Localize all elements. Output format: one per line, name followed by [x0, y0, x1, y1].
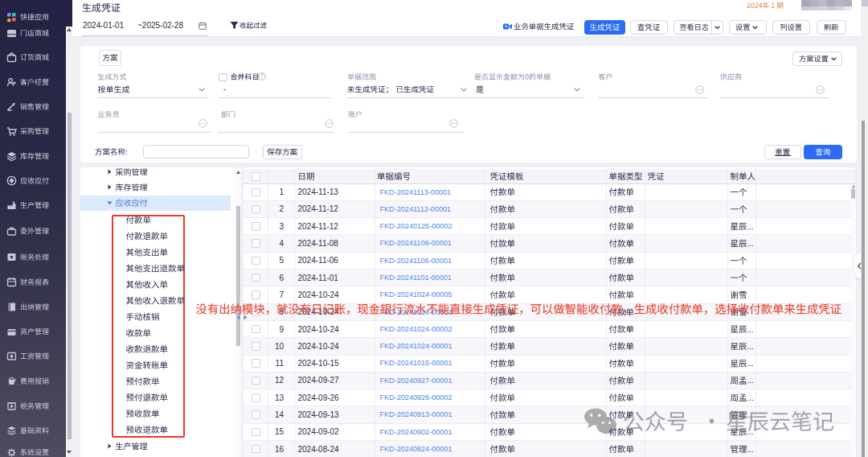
svg-text:?: ?: [260, 73, 264, 79]
